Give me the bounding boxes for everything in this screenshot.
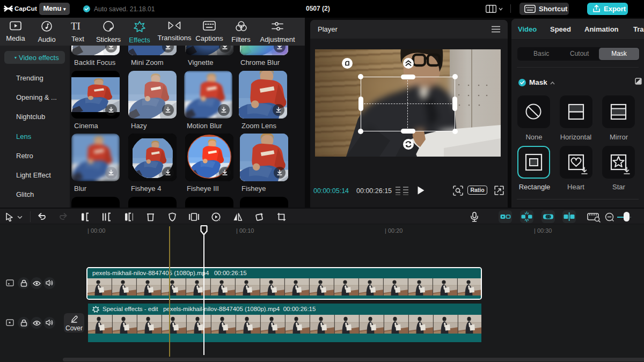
svg-text:TI: TI [71,21,80,31]
